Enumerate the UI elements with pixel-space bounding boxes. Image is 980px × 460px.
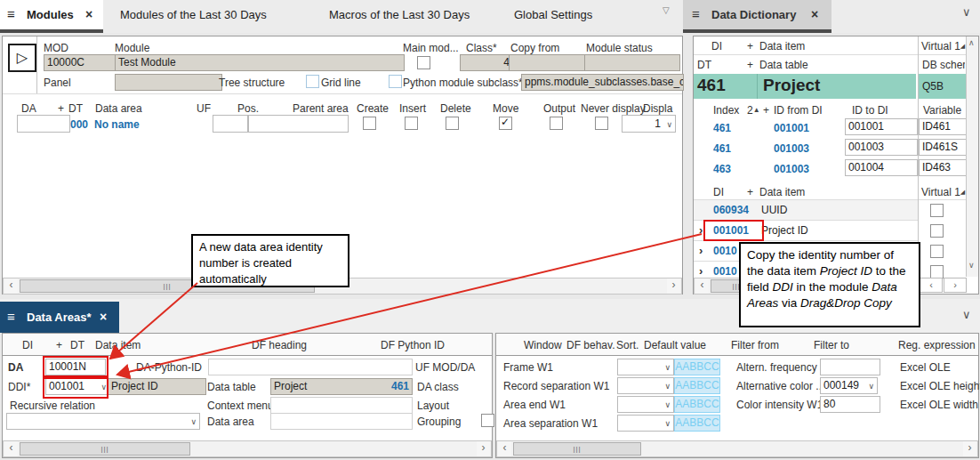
scroll-right-button[interactable]: ›	[477, 441, 490, 456]
scroll-up-icon[interactable]: ∧	[968, 38, 975, 47]
main-mod-checkbox[interactable]	[417, 56, 430, 69]
idx-to-field[interactable]: 001001	[845, 118, 918, 135]
tab-data-dictionary-label[interactable]: Data Dictionary	[711, 8, 796, 21]
virtual-checkbox[interactable]	[930, 224, 944, 238]
idx-col-plus[interactable]: +	[763, 104, 769, 117]
area-end-select[interactable]	[617, 396, 674, 413]
frame-w1-select[interactable]	[617, 359, 674, 375]
grouping-checkbox[interactable]	[481, 414, 494, 427]
dict-col-data-table[interactable]: Data table	[759, 59, 808, 71]
data-table-field[interactable]: Project 461	[270, 378, 413, 395]
virtual-col-scroll-left[interactable]: ‹	[920, 278, 943, 293]
col-sort[interactable]: Sort.	[616, 339, 639, 351]
idx-index[interactable]: 463	[713, 163, 731, 175]
col-reg-expression[interactable]: Reg. expression	[898, 339, 976, 351]
idx-from[interactable]: 001003	[774, 142, 809, 155]
frame-w1-color-field[interactable]: AABBCC	[674, 359, 720, 375]
tab-data-dictionary[interactable]: ≡ Data Dictionary ×	[683, 0, 831, 29]
idx-index[interactable]: 461	[713, 142, 731, 155]
dict-col-data-item[interactable]: Data item	[759, 40, 805, 52]
tab-global-settings[interactable]: Global Settings	[514, 8, 592, 21]
col-output[interactable]: Output	[543, 102, 575, 115]
copy-from-field[interactable]	[509, 54, 587, 71]
idx-sort-order[interactable]: 2▲	[747, 104, 760, 117]
item-id[interactable]: 0010	[713, 265, 737, 278]
col-parent-area[interactable]: Parent area	[293, 102, 349, 115]
virtual-checkbox[interactable]	[930, 245, 944, 258]
idx-from[interactable]: 001001	[774, 122, 809, 134]
selected-table-id[interactable]: 461	[697, 76, 726, 95]
insert-checkbox[interactable]	[405, 117, 418, 130]
idx-col-to[interactable]: ID to DI	[852, 104, 888, 117]
expand-icon[interactable]: ›	[699, 264, 703, 278]
col-create[interactable]: Create	[357, 102, 389, 115]
col-plus[interactable]: +	[56, 339, 62, 351]
tab-modules-label[interactable]: Modules	[27, 8, 74, 21]
alternative-color-select[interactable]: 000149	[820, 377, 878, 394]
idx-variable-field[interactable]: ID461	[919, 118, 968, 135]
idx-to-field[interactable]: 001004	[845, 159, 918, 176]
dict-col-plus[interactable]: +	[747, 40, 753, 52]
idx-variable-field[interactable]: ID463	[919, 159, 968, 176]
item-id[interactable]: 0010	[713, 245, 737, 257]
panel-field[interactable]	[115, 74, 222, 91]
color-intensity-field[interactable]: 80	[820, 396, 880, 413]
data-area-name-cell[interactable]: No name	[94, 118, 140, 131]
items-col-virtual[interactable]: Virtual 1◢	[921, 186, 965, 198]
grid-line-checkbox[interactable]	[306, 75, 319, 88]
area-end-color-field[interactable]: AABBCC	[674, 396, 720, 413]
display-select[interactable]: 1	[622, 115, 676, 133]
move-checkbox[interactable]	[499, 117, 512, 130]
idx-index[interactable]: 461	[713, 122, 731, 134]
scroll-left-button[interactable]: ‹	[498, 441, 511, 456]
col-df-heading[interactable]: DF heading	[252, 339, 307, 351]
col-never-display[interactable]: Never display	[581, 102, 646, 115]
idx-col-index[interactable]: Index	[713, 104, 739, 117]
idx-col-variable[interactable]: Variable	[923, 104, 961, 117]
tab-macros-last30[interactable]: Macros of the Last 30 Days	[329, 8, 470, 21]
mod-field[interactable]: 10000C	[44, 54, 116, 71]
items-col-plus[interactable]: +	[747, 186, 753, 198]
selected-table-schema-cell[interactable]: Q5B	[919, 74, 966, 99]
area-separation-select[interactable]	[617, 415, 674, 432]
scroll-left-button[interactable]: ‹	[695, 278, 709, 294]
col-da[interactable]: DA	[21, 102, 36, 115]
delete-checkbox[interactable]	[446, 117, 459, 130]
items-col-name[interactable]: Data item	[759, 186, 805, 198]
col-filter-to[interactable]: Filter to	[814, 339, 849, 351]
selected-table-row[interactable]: 461 Project	[694, 74, 916, 99]
context-menu-field[interactable]	[270, 397, 413, 414]
col-window[interactable]: Window	[524, 339, 562, 351]
close-icon[interactable]: ×	[100, 310, 107, 324]
col-filter-from[interactable]: Filter from	[731, 339, 779, 351]
idx-to-field[interactable]: 001003	[845, 139, 918, 156]
col-move[interactable]: Move	[493, 102, 518, 115]
col-dt[interactable]: DT	[70, 339, 84, 351]
scroll-down-icon[interactable]: ∨	[968, 261, 975, 270]
run-button[interactable]: ▷	[8, 44, 36, 72]
col-df-python-id[interactable]: DF Python ID	[381, 339, 445, 351]
col-pos[interactable]: Pos.	[237, 102, 259, 115]
col-uf[interactable]: UF	[197, 102, 211, 115]
virtual-checkbox[interactable]	[930, 265, 944, 278]
record-separation-color-field[interactable]: AABBCC	[674, 377, 720, 394]
virtual-col-scroll-right[interactable]: ›	[944, 278, 967, 293]
item-row[interactable]: 060934 UUID	[694, 200, 918, 221]
virtual-checkbox[interactable]	[930, 204, 944, 217]
expand-icon[interactable]: ›	[699, 244, 703, 257]
create-checkbox[interactable]	[363, 117, 376, 130]
col-data-area[interactable]: Data area	[95, 102, 142, 115]
item-id[interactable]: 060934	[713, 204, 749, 216]
da-python-id-field[interactable]	[208, 359, 413, 375]
altern-frequency-field[interactable]	[820, 359, 880, 375]
hamburger-icon[interactable]: ≡	[7, 6, 15, 21]
item-name[interactable]: Project ID	[761, 224, 808, 237]
close-icon[interactable]: ×	[85, 7, 92, 21]
da-cell-input[interactable]	[17, 115, 70, 133]
right-pane-hscrollbar[interactable]: ‹ ||| ›	[496, 440, 978, 457]
scroll-right-button[interactable]: ›	[963, 441, 976, 456]
col-data-item[interactable]: Data item	[95, 339, 141, 351]
never-display-checkbox[interactable]	[595, 117, 608, 130]
ddi-name-field[interactable]: Project ID	[108, 378, 206, 395]
col-delete[interactable]: Delete	[440, 102, 471, 115]
